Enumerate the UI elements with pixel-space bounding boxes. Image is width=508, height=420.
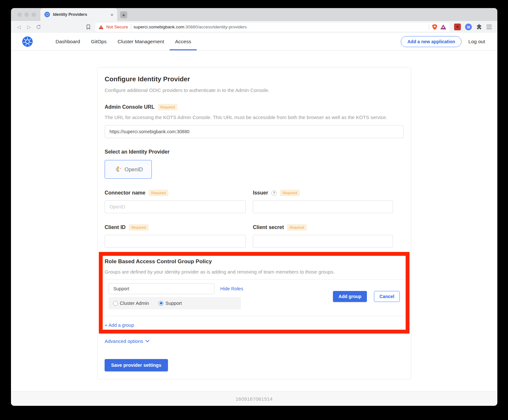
extensions-puzzle-icon[interactable] [476, 24, 482, 30]
admin-console-url-help: The URL for accessing the KOTS Admin Con… [105, 115, 404, 120]
radio-icon[interactable] [113, 301, 118, 306]
window-controls [11, 8, 40, 21]
page-content: Configure Identity Provider Configure ad… [11, 51, 497, 391]
required-badge: Required [280, 190, 300, 196]
nav-items: Dashboard GitOps Cluster Management Acce… [50, 33, 197, 50]
required-badge: Required [287, 224, 307, 231]
reload-icon[interactable] [36, 24, 41, 30]
admin-console-url-input[interactable] [105, 125, 404, 138]
client-id-input[interactable] [105, 235, 246, 248]
openid-logo-icon [114, 165, 122, 173]
nav-item-dashboard[interactable]: Dashboard [50, 33, 86, 50]
chevron-down-icon [145, 340, 150, 343]
window-zoom-button[interactable] [32, 13, 36, 17]
tab-close-icon[interactable]: × [110, 12, 113, 17]
timestamp-label: 1609167061514 [236, 396, 273, 402]
add-a-group-link[interactable]: + Add a group [105, 323, 134, 328]
page-subtitle: Configure additional ODIC providers to a… [105, 87, 404, 93]
role-label: Cluster Admin [120, 301, 149, 306]
browser-window: Identity Providers × + ◁ ▷ Not Secure su… [11, 8, 497, 406]
bat-icon[interactable] [440, 24, 446, 30]
advanced-options-label: Advanced options [105, 338, 143, 344]
warning-icon [98, 25, 104, 29]
divider [429, 24, 429, 30]
kubernetes-favicon-icon [44, 12, 50, 17]
openid-label: OpenID [125, 166, 143, 173]
kubernetes-logo-icon[interactable] [22, 36, 33, 47]
bookmark-icon[interactable] [86, 24, 91, 30]
role-option-cluster-admin[interactable]: Cluster Admin [113, 301, 149, 306]
role-label: Support [165, 301, 182, 306]
group-name-input[interactable] [109, 283, 214, 294]
issuer-label: Issuer [253, 190, 268, 196]
rbac-title: Role Based Access Control Group Policy [105, 258, 404, 265]
page-footer: 1609167061514 [11, 391, 497, 406]
openid-provider-tile[interactable]: OpenID [105, 160, 152, 179]
required-badge: Required [149, 190, 168, 196]
back-icon[interactable]: ◁ [15, 24, 22, 30]
help-icon[interactable]: ? [271, 190, 277, 196]
window-close-button[interactable] [17, 13, 22, 17]
logout-link[interactable]: Log out [468, 39, 485, 45]
browser-toolbar: ◁ ▷ Not Secure superci.somebigbank.com:3… [11, 21, 497, 33]
add-new-application-button[interactable]: Add a new application [401, 36, 461, 47]
tab-strip: Identity Providers × + [11, 8, 497, 21]
page-title: Configure Identity Provider [105, 75, 404, 83]
brave-shield-icon[interactable] [432, 24, 438, 30]
issuer-input[interactable] [253, 200, 393, 213]
url-text: superci.somebigbank.com:30880/access/ide… [134, 25, 247, 29]
address-bar[interactable]: Not Secure superci.somebigbank.com:30880… [95, 23, 450, 32]
hide-roles-link[interactable]: Hide Roles [220, 286, 243, 291]
rbac-section: Role Based Access Control Group Policy G… [105, 258, 404, 328]
red-extension-icon[interactable]: ✳ [454, 24, 461, 30]
tab-identity-providers[interactable]: Identity Providers × [40, 8, 117, 21]
add-group-button[interactable]: Add group [333, 291, 367, 302]
app-nav: Dashboard GitOps Cluster Management Acce… [11, 33, 497, 51]
advanced-options-link[interactable]: Advanced options [105, 338, 150, 344]
admin-console-url-label: Admin Console URL [105, 104, 155, 110]
divider [105, 316, 404, 316]
connector-name-input[interactable] [105, 200, 246, 213]
required-badge: Required [158, 104, 178, 110]
client-secret-label: Client secret [253, 225, 284, 230]
rbac-subtitle: Groups are defined by your identity prov… [105, 269, 404, 275]
divider [105, 279, 404, 280]
configure-idp-card: Configure Identity Provider Configure ad… [97, 67, 411, 379]
connector-name-label: Connector name [105, 190, 145, 196]
extension-cluster: ✳ M [453, 24, 493, 30]
new-tab-button[interactable]: + [120, 11, 127, 18]
not-secure-label: Not Secure [106, 25, 128, 29]
client-id-label: Client ID [105, 225, 126, 230]
select-idp-label: Select an Identity Provider [105, 149, 170, 155]
tab-title: Identity Providers [53, 12, 108, 17]
roles-box: Cluster Admin Support [109, 297, 241, 309]
divider [131, 24, 131, 30]
cancel-button[interactable]: Cancel [374, 291, 400, 302]
client-secret-input[interactable] [253, 235, 393, 248]
window-minimize-button[interactable] [25, 13, 29, 17]
nav-item-gitops[interactable]: GitOps [86, 33, 112, 50]
role-option-support[interactable]: Support [159, 301, 182, 306]
nav-item-cluster-management[interactable]: Cluster Management [112, 33, 170, 50]
forward-icon[interactable]: ▷ [26, 24, 33, 30]
menu-icon[interactable] [486, 25, 492, 29]
radio-icon[interactable] [159, 301, 163, 306]
nav-item-access[interactable]: Access [170, 33, 197, 50]
save-provider-settings-button[interactable]: Save provider settings [105, 359, 168, 371]
required-badge: Required [129, 224, 149, 231]
profile-avatar-icon[interactable]: M [465, 24, 472, 30]
